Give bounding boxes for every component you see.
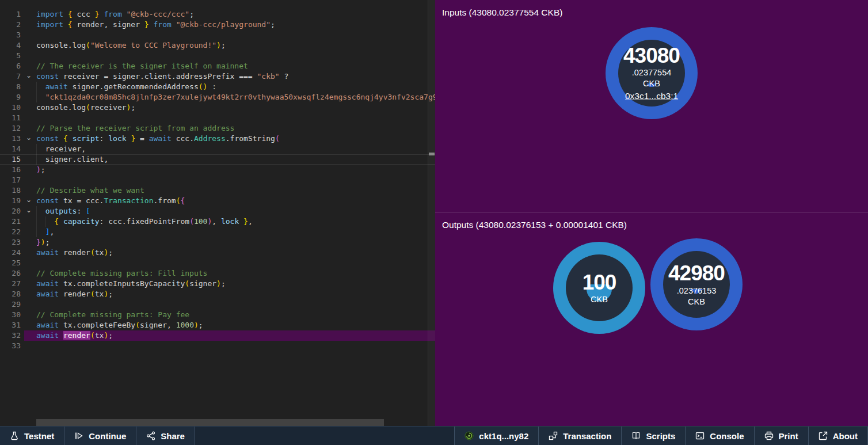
code-content[interactable] (24, 258, 435, 268)
code-content[interactable]: import { render, signer } from "@ckb-ccc… (24, 20, 435, 30)
code-content[interactable]: ], (24, 227, 435, 237)
code-line[interactable]: 21 { capacity: ccc.fixedPointFrom(100), … (0, 216, 435, 227)
code-line[interactable]: 3 (0, 30, 435, 40)
horizontal-scrollbar-thumb[interactable] (36, 419, 384, 426)
code-content[interactable]: // Complete missing parts: Fill inputs (24, 268, 435, 279)
code-content[interactable] (24, 175, 435, 185)
transaction-button[interactable]: Transaction (539, 427, 622, 445)
code-content[interactable] (24, 299, 435, 310)
fold-chevron-icon[interactable]: ⌄ (26, 205, 32, 215)
code-line[interactable]: 31await tx.completeFeeBy(signer, 1000); (0, 320, 435, 330)
code-content[interactable]: // Describe what we want (24, 185, 435, 196)
code-line[interactable]: 20⌄ outputs: [ (0, 206, 435, 216)
line-number: 16 (0, 165, 21, 175)
code-line[interactable]: 29 (0, 299, 435, 310)
code-content[interactable]: receiver, (24, 144, 435, 154)
code-content[interactable]: // Parse the receiver script from an add… (24, 123, 435, 134)
code-line[interactable]: 28await render(tx); (0, 289, 435, 299)
code-line[interactable]: 2import { render, signer } from "@ckb-cc… (0, 20, 435, 30)
code-line[interactable]: 15 signer.client, (0, 154, 435, 165)
code-content[interactable]: signer.client, (24, 154, 435, 165)
code-line[interactable]: 22 ], (0, 227, 435, 237)
code-content[interactable]: }); (24, 237, 435, 248)
code-content[interactable] (24, 51, 435, 61)
code-line[interactable]: 13⌄const { script: lock } = await ccc.Ad… (0, 134, 435, 144)
code-line[interactable]: 4console.log("Welcome to CCC Playground!… (0, 40, 435, 51)
code-line[interactable]: 23}); (0, 237, 435, 248)
code-text: // Complete missing parts: Pay fee (36, 310, 189, 319)
code-text: await render(tx); (36, 248, 113, 257)
code-line[interactable]: 24await render(tx); (0, 248, 435, 258)
outpoint-link[interactable]: 0x3c1...cb3:1 (625, 91, 678, 101)
continue-button[interactable]: Continue (64, 427, 136, 445)
capacity-cell: 43080.02377554CKB0x3c1...cb3:1 (606, 27, 698, 119)
testnet-button[interactable]: Testnet (0, 427, 64, 445)
address-button[interactable]: ckt1q...ny82 (454, 427, 539, 445)
console-button[interactable]: Console (686, 427, 754, 445)
code-line[interactable]: 30// Complete missing parts: Pay fee (0, 310, 435, 320)
scripts-button[interactable]: Scripts (622, 427, 686, 445)
vertical-scrollbar[interactable] (428, 0, 435, 426)
code-content[interactable]: await render(tx); (24, 289, 435, 299)
code-line[interactable]: 25 (0, 258, 435, 268)
code-content[interactable]: ⌄const tx = ccc.Transaction.from({ (24, 196, 435, 206)
code-content[interactable]: await render(tx); (24, 330, 435, 341)
code-line[interactable]: 10console.log(receiver); (0, 102, 435, 113)
indent-guide (36, 82, 37, 92)
code-line[interactable]: 33 (0, 341, 435, 351)
code-line[interactable]: 11 (0, 113, 435, 123)
code-area[interactable]: 1import { ccc } from "@ckb-ccc/ccc";2imp… (0, 0, 435, 351)
line-number: 2 (0, 20, 21, 30)
line-number: 28 (0, 289, 21, 299)
code-line[interactable]: 17 (0, 175, 435, 185)
code-content[interactable]: { capacity: ccc.fixedPointFrom(100), loc… (24, 216, 435, 227)
code-line[interactable]: 18// Describe what we want (0, 185, 435, 196)
code-line[interactable]: 7⌄const receiver = signer.client.address… (0, 71, 435, 82)
code-content[interactable] (24, 341, 435, 351)
print-button[interactable]: Print (755, 427, 809, 445)
about-button[interactable]: About (809, 427, 868, 445)
code-line[interactable]: 5 (0, 51, 435, 61)
code-line[interactable]: 16); (0, 165, 435, 175)
code-line[interactable]: 1import { ccc } from "@ckb-ccc/ccc"; (0, 9, 435, 20)
code-content[interactable]: ⌄ outputs: [ (24, 206, 435, 216)
code-content[interactable]: // Complete missing parts: Pay fee (24, 310, 435, 320)
fold-chevron-icon[interactable]: ⌄ (26, 195, 32, 205)
code-content[interactable]: await signer.getRecommendedAddress() : (24, 82, 435, 92)
scripts-button-label: Scripts (646, 431, 675, 441)
fold-chevron-icon[interactable]: ⌄ (26, 70, 32, 81)
line-number: 18 (0, 185, 21, 196)
code-line[interactable]: 19⌄const tx = ccc.Transaction.from({ (0, 196, 435, 206)
code-line[interactable]: 12// Parse the receiver script from an a… (0, 123, 435, 134)
code-editor[interactable]: 1import { ccc } from "@ckb-ccc/ccc";2imp… (0, 0, 435, 426)
code-line[interactable]: 32await render(tx); (0, 330, 435, 341)
capacity-cell-inner: 42980.02376153CKB (663, 251, 730, 318)
code-content[interactable]: import { ccc } from "@ckb-ccc/ccc"; (24, 9, 435, 20)
share-button[interactable]: Share (136, 427, 195, 445)
code-line[interactable]: 26// Complete missing parts: Fill inputs (0, 268, 435, 279)
code-line[interactable]: 6// The receiver is the signer itself on… (0, 61, 435, 71)
print-button-label: Print (779, 431, 798, 441)
code-line[interactable]: 27await tx.completeInputsByCapacity(sign… (0, 279, 435, 289)
code-content[interactable]: await tx.completeFeeBy(signer, 1000); (24, 320, 435, 330)
code-line[interactable]: 9 "ckt1qzda0cr08m85hc8jlnfp3zer7xulejywt… (0, 92, 435, 102)
code-line[interactable]: 8 await signer.getRecommendedAddress() : (0, 82, 435, 92)
line-number: 11 (0, 113, 21, 123)
code-line[interactable]: 14 receiver, (0, 144, 435, 154)
indent-guide (36, 227, 37, 237)
code-content[interactable]: await render(tx); (24, 248, 435, 258)
code-content[interactable]: ); (24, 165, 435, 175)
code-content[interactable]: ⌄const receiver = signer.client.addressP… (24, 71, 435, 82)
code-content[interactable] (24, 113, 435, 123)
code-content[interactable]: await tx.completeInputsByCapacity(signer… (24, 279, 435, 289)
code-text: import { render, signer } from "@ckb-ccc… (36, 20, 275, 29)
fold-chevron-icon[interactable]: ⌄ (26, 132, 32, 143)
code-content[interactable] (24, 30, 435, 40)
code-content[interactable]: "ckt1qzda0cr08m85hc8jlnfp3zer7xulejywt49… (24, 92, 435, 102)
code-content[interactable]: ⌄const { script: lock } = await ccc.Addr… (24, 134, 435, 144)
code-text: signer.client, (36, 155, 108, 163)
outputs-cells: 100CKB42980.02376153CKB (553, 238, 743, 334)
code-content[interactable]: // The receiver is the signer itself on … (24, 61, 435, 71)
code-content[interactable]: console.log(receiver); (24, 102, 435, 113)
code-content[interactable]: console.log("Welcome to CCC Playground!"… (24, 40, 435, 51)
